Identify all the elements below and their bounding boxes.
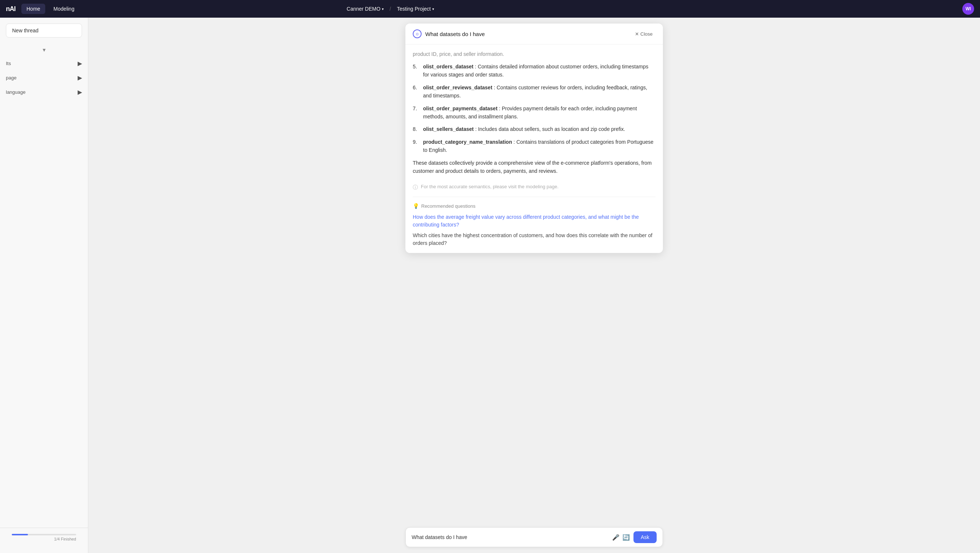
info-note-text: For the most accurate semantics, please … [421,184,558,189]
sidebar: New thread ▾ Its ▶ page ▶ language ▶ [0,17,88,553]
list-item: 8. olist_sellers_dataset : Includes data… [413,125,655,133]
list-item: 7. olist_order_payments_dataset : Provid… [413,105,655,121]
new-thread-button[interactable]: New thread [6,24,82,38]
recommended-section: 💡 Recommended questions How does the ave… [413,197,655,247]
chat-body: product ID, price, and seller informatio… [406,44,663,253]
play-button-1[interactable]: ▶ [78,74,82,81]
list-content: olist_sellers_dataset : Includes data ab… [423,125,625,133]
close-x-icon: ✕ [635,31,639,37]
progress-area: 1/4 Finished [6,531,82,544]
chat-header-icon: ⊙ [413,29,422,38]
workspace-dropdown[interactable]: Canner DEMO ▾ [344,5,387,13]
list-item: 6. olist_order_reviews_dataset : Contain… [413,83,655,100]
tab-modeling[interactable]: Modeling [48,4,80,14]
list-item: 5. olist_orders_dataset : Contains detai… [413,62,655,79]
info-note: ⓘ For the most accurate semantics, pleas… [413,181,655,194]
chat-title: What datasets do I have [425,31,628,37]
dataset-desc: : Includes data about sellers, such as l… [475,126,625,132]
dataset-name: olist_orders_dataset [423,64,473,70]
ask-button[interactable]: Ask [633,531,657,543]
close-label: Close [640,31,652,37]
dataset-name: product_category_name_translation [423,139,512,145]
list-content: olist_order_payments_dataset : Provides … [423,105,655,121]
fade-top-text: product ID, price, and seller informatio… [413,50,655,58]
list-num: 6. [413,83,420,100]
dataset-name: olist_order_payments_dataset [423,105,497,111]
list-num: 5. [413,62,420,79]
workspace-label: Canner DEMO [347,6,380,12]
thread-item-language[interactable]: language ▶ [0,85,88,99]
thread-item-its[interactable]: Its ▶ [0,56,88,71]
refresh-icon[interactable]: 🔄 [622,534,630,541]
input-icons: 🎤 🔄 [612,534,630,541]
dataset-name: olist_sellers_dataset [423,126,474,132]
list-content: olist_order_reviews_dataset : Contains c… [423,83,655,100]
play-button-2[interactable]: ▶ [78,89,82,95]
dataset-name: olist_order_reviews_dataset [423,84,492,91]
thread-label: Its [6,61,11,66]
progress-fill [12,534,28,536]
info-icon: ⓘ [413,184,418,191]
thread-label: page [6,75,17,81]
main-content: ⊙ What datasets do I have ✕ Close produc… [88,17,980,553]
bulb-icon: 💡 [413,203,419,209]
topnav: nAI Home Modeling Canner DEMO ▾ / Testin… [0,0,980,17]
close-button[interactable]: ✕ Close [632,30,655,38]
project-selector: Canner DEMO ▾ / Testing Project ▾ [344,5,437,13]
recommended-question-0[interactable]: How does the average freight value vary … [413,213,655,229]
recommended-title: Recommended questions [421,203,475,209]
list-num: 7. [413,105,420,121]
sidebar-footer: 1/4 Finished [0,528,88,547]
chat-panel: ⊙ What datasets do I have ✕ Close produc… [406,24,663,253]
progress-label: 1/4 Finished [12,537,76,541]
collapse-icon[interactable]: ▾ [0,43,88,56]
project-label: Testing Project [397,6,431,12]
list-num: 8. [413,125,420,133]
chat-input[interactable] [412,534,608,540]
list-num: 9. [413,138,420,154]
layout: New thread ▾ Its ▶ page ▶ language ▶ [0,17,980,553]
recommended-question-1: Which cities have the highest concentrat… [413,232,655,247]
project-dropdown[interactable]: Testing Project ▾ [394,5,437,13]
list-item: 9. product_category_name_translation : C… [413,138,655,154]
recommended-label: 💡 Recommended questions [413,203,655,209]
mic-icon[interactable]: 🎤 [612,534,619,541]
dataset-list: 5. olist_orders_dataset : Contains detai… [413,62,655,154]
play-button-0[interactable]: ▶ [78,60,82,67]
thread-list: Its ▶ page ▶ language ▶ [0,56,88,528]
list-content: olist_orders_dataset : Contains detailed… [423,62,655,79]
summary-text: These datasets collectively provide a co… [413,159,655,175]
list-content: product_category_name_translation : Cont… [423,138,655,154]
workspace-chevron-icon: ▾ [382,7,384,11]
avatar[interactable]: WI [963,3,974,15]
thread-label: language [6,89,26,95]
logo: nAI [6,5,16,13]
thread-item-page[interactable]: page ▶ [0,71,88,85]
progress-track [12,534,76,536]
chat-header: ⊙ What datasets do I have ✕ Close [406,24,663,44]
project-chevron-icon: ▾ [432,7,434,11]
tab-home[interactable]: Home [21,4,45,14]
chat-input-bar: 🎤 🔄 Ask [406,527,663,547]
separator: / [390,6,391,12]
